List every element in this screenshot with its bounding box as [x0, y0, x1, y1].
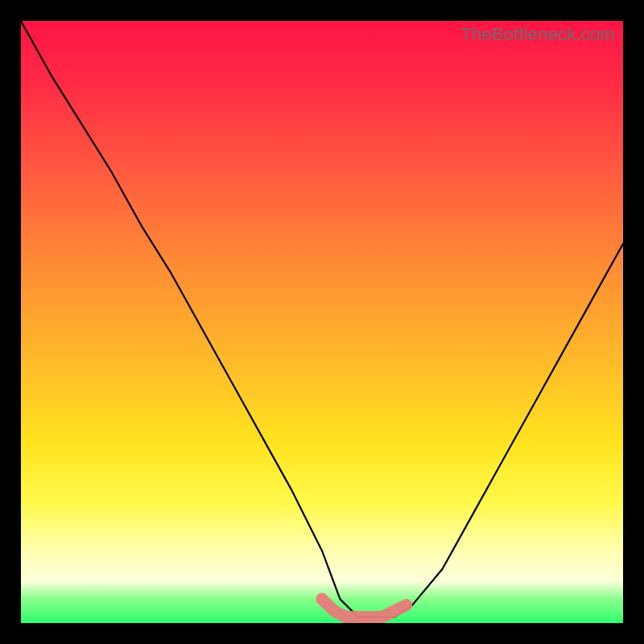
pink-highlight-path — [322, 599, 407, 617]
chart-plot-area: TheBottleneck.com — [21, 21, 623, 623]
chart-svg — [21, 21, 623, 623]
chart-frame: TheBottleneck.com — [0, 0, 644, 644]
watermark-text: TheBottleneck.com — [460, 24, 615, 45]
black-curve-path — [21, 21, 623, 617]
